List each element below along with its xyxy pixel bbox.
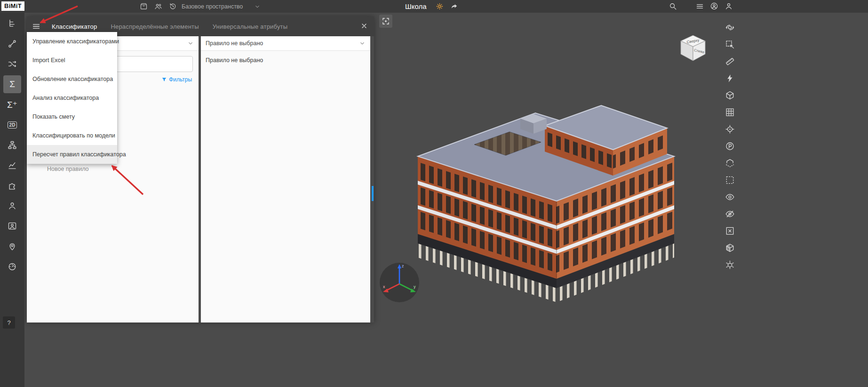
close-icon[interactable] (360, 22, 368, 30)
line-chart-icon (8, 161, 17, 170)
project-title: Школа (405, 2, 427, 10)
panel-menu-icon[interactable] (32, 22, 40, 31)
workspace-select[interactable]: Базовое пространство (182, 0, 261, 13)
route-icon (8, 39, 17, 48)
section-plane-icon[interactable] (725, 158, 735, 168)
shuffle-icon (8, 59, 17, 69)
topbar: BiMiT Базовое пространство Школа (0, 0, 868, 13)
sidebar-item-structure[interactable] (3, 15, 21, 32)
section-box-icon[interactable] (725, 90, 735, 100)
half-cube-icon[interactable] (725, 243, 735, 253)
menu-item-analyze-classifier[interactable]: Анализ классификатора (27, 89, 117, 107)
user-icon[interactable] (725, 2, 733, 10)
circle-p-icon[interactable] (725, 141, 735, 151)
panel-tabs: Классификатор Нераспределённые элементы … (52, 23, 287, 30)
menu-item-show-estimate[interactable]: Показать смету (27, 107, 117, 126)
account-icon[interactable] (710, 2, 718, 10)
filter-funnel-icon (161, 77, 167, 82)
new-rule-button[interactable]: Новое правило (47, 166, 89, 172)
rule-select-value: Правило не выбрано (206, 40, 263, 47)
capture-region-icon (382, 17, 390, 25)
sidebar-item-user-card[interactable] (3, 217, 21, 235)
2d-icon: 2D (8, 121, 17, 129)
tab-universal-attributes[interactable]: Универсальные атрибуты (213, 23, 288, 30)
grid-icon[interactable] (725, 107, 735, 117)
axis-z-label: z (402, 264, 404, 268)
orbit-icon[interactable] (725, 23, 735, 32)
filters-label: Фильтры (169, 76, 192, 83)
help-button[interactable]: ? (3, 316, 15, 329)
chevron-down-icon (254, 3, 261, 10)
puzzle-icon (8, 181, 17, 190)
explode-icon[interactable] (725, 260, 735, 270)
sidebar-item-charts[interactable] (3, 156, 21, 174)
sidebar-item-hierarchy[interactable] (3, 136, 21, 154)
team-icon[interactable] (154, 2, 162, 10)
gauge-icon (8, 262, 17, 271)
app-root: Сверху Слева z x y (0, 0, 868, 387)
lightning-icon[interactable] (725, 73, 735, 83)
storage-icon[interactable] (140, 2, 148, 10)
viewport-toolbar (722, 23, 738, 270)
sidebar: Σ Σ⁺ 2D ? (0, 13, 24, 387)
chevron-down-icon (359, 40, 366, 47)
tab-unallocated-elements[interactable]: Нераспределённые элементы (111, 23, 199, 30)
chevron-down-icon (187, 40, 194, 47)
structure-tree-icon (8, 19, 17, 28)
rule-empty-text: Правило не выбрано (201, 51, 370, 70)
user-card-icon (8, 221, 17, 231)
hide-eye-icon[interactable] (725, 209, 735, 219)
sidebar-item-plugins[interactable] (3, 177, 21, 194)
rule-pane: Правило не выбрано Правило не выбрано (201, 36, 370, 322)
classifier-actions-menu: Управление классификаторами Import Excel… (27, 32, 117, 164)
sidebar-item-dashboard[interactable] (3, 258, 21, 275)
select-box-icon[interactable] (725, 40, 735, 49)
sidebar-item-users[interactable] (3, 197, 21, 215)
view-cube[interactable]: Сверху Слева (675, 30, 711, 65)
focus-icon[interactable] (725, 124, 735, 134)
axis-y-label: y (414, 284, 416, 289)
menu-item-recalculate-rules[interactable]: Пересчет правил классификатора (27, 145, 117, 164)
marquee-icon[interactable] (725, 175, 735, 185)
region-capture-button[interactable] (379, 15, 392, 28)
menu-item-update-classifier[interactable]: Обновление классификатора (27, 70, 117, 89)
app-logo: BiMiT (1, 1, 24, 11)
settings-gear-icon[interactable] (436, 2, 444, 10)
share-icon[interactable] (450, 2, 458, 10)
menu-item-import-excel[interactable]: Import Excel (27, 51, 117, 70)
person-pin-icon (8, 242, 17, 251)
hierarchy-icon (8, 140, 17, 150)
workspace-label: Базовое пространство (182, 3, 243, 10)
sidebar-item-estimates[interactable]: Σ⁺ (3, 96, 21, 113)
history-icon[interactable] (169, 2, 177, 10)
menu-item-classify-by-model[interactable]: Классифицировать по модели (27, 126, 117, 145)
sidebar-item-user-location[interactable] (3, 237, 21, 255)
search-icon[interactable] (669, 2, 677, 10)
topbar-left-tools (140, 2, 177, 10)
show-eye-icon[interactable] (725, 192, 735, 202)
person-icon (8, 201, 17, 210)
tab-classifier[interactable]: Классификатор (52, 23, 97, 30)
scrollbar-thumb[interactable] (372, 186, 374, 201)
building-model (404, 100, 686, 302)
sidebar-item-connections[interactable] (3, 55, 21, 73)
rule-select[interactable]: Правило не выбрано (201, 36, 370, 51)
sidebar-item-issues[interactable] (3, 35, 21, 53)
menu-item-manage-classifiers[interactable]: Управление классификаторами (27, 32, 117, 51)
sidebar-item-2d[interactable]: 2D (3, 116, 21, 134)
measure-icon[interactable] (725, 56, 735, 66)
axes-gizmo[interactable]: z x y (378, 261, 421, 304)
axis-x-label: x (383, 284, 385, 289)
isolate-icon[interactable] (725, 226, 735, 236)
list-icon[interactable] (696, 2, 704, 10)
sidebar-item-classifier[interactable]: Σ (3, 75, 21, 93)
sigma-plus-icon: Σ⁺ (7, 99, 17, 110)
sigma-icon: Σ (9, 79, 15, 89)
